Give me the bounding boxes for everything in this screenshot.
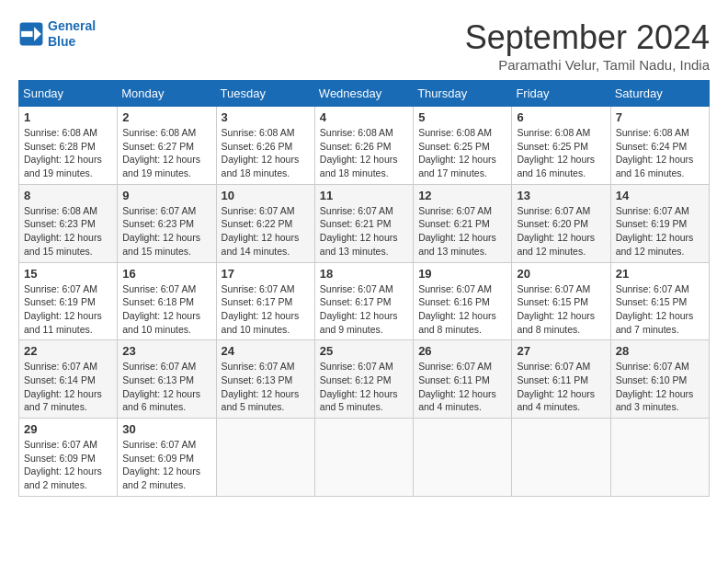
day-number: 7 — [616, 110, 704, 124]
day-cell-27: 27Sunrise: 6:07 AM Sunset: 6:11 PM Dayli… — [512, 340, 610, 419]
week-row-1: 1Sunrise: 6:08 AM Sunset: 6:28 PM Daylig… — [19, 107, 710, 185]
day-info: Sunrise: 6:08 AM Sunset: 6:26 PM Dayligh… — [222, 126, 310, 180]
day-cell-8: 8Sunrise: 6:08 AM Sunset: 6:23 PM Daylig… — [19, 184, 118, 262]
header-cell-monday: Monday — [118, 81, 216, 107]
day-info: Sunrise: 6:07 AM Sunset: 6:09 PM Dayligh… — [122, 438, 210, 492]
day-info: Sunrise: 6:07 AM Sunset: 6:23 PM Dayligh… — [122, 204, 210, 259]
calendar-table: SundayMondayTuesdayWednesdayThursdayFrid… — [18, 80, 710, 497]
header-cell-wednesday: Wednesday — [314, 81, 413, 107]
header-cell-friday: Friday — [512, 81, 610, 107]
header-row: SundayMondayTuesdayWednesdayThursdayFrid… — [19, 81, 710, 107]
day-number: 21 — [616, 267, 704, 281]
svg-rect-2 — [21, 31, 32, 37]
day-number: 25 — [320, 344, 408, 358]
day-number: 10 — [222, 189, 310, 202]
day-cell-22: 22Sunrise: 6:07 AM Sunset: 6:14 PM Dayli… — [19, 340, 118, 419]
day-number: 26 — [418, 344, 506, 358]
day-cell-5: 5Sunrise: 6:08 AM Sunset: 6:25 PM Daylig… — [414, 107, 512, 185]
header-cell-thursday: Thursday — [414, 81, 512, 107]
header-cell-sunday: Sunday — [19, 81, 118, 107]
day-cell-17: 17Sunrise: 6:07 AM Sunset: 6:17 PM Dayli… — [216, 262, 314, 340]
day-info: Sunrise: 6:07 AM Sunset: 6:13 PM Dayligh… — [122, 360, 210, 414]
week-row-3: 15Sunrise: 6:07 AM Sunset: 6:19 PM Dayli… — [19, 262, 710, 340]
logo-line1: General — [48, 18, 96, 33]
title-block: September 2024 Paramathi Velur, Tamil Na… — [465, 18, 710, 73]
day-cell-20: 20Sunrise: 6:07 AM Sunset: 6:15 PM Dayli… — [512, 262, 610, 340]
day-cell-13: 13Sunrise: 6:07 AM Sunset: 6:20 PM Dayli… — [512, 184, 610, 262]
day-cell-30: 30Sunrise: 6:07 AM Sunset: 6:09 PM Dayli… — [118, 419, 216, 497]
day-info: Sunrise: 6:07 AM Sunset: 6:21 PM Dayligh… — [320, 204, 408, 259]
day-info: Sunrise: 6:07 AM Sunset: 6:19 PM Dayligh… — [24, 282, 112, 337]
location-title: Paramathi Velur, Tamil Nadu, India — [465, 57, 710, 73]
day-info: Sunrise: 6:07 AM Sunset: 6:14 PM Dayligh… — [24, 360, 112, 414]
day-number: 22 — [24, 344, 112, 358]
header-cell-tuesday: Tuesday — [216, 81, 314, 107]
day-number: 2 — [122, 110, 210, 124]
day-cell-14: 14Sunrise: 6:07 AM Sunset: 6:19 PM Dayli… — [610, 184, 709, 262]
empty-cell — [610, 419, 709, 497]
day-info: Sunrise: 6:08 AM Sunset: 6:25 PM Dayligh… — [418, 126, 506, 180]
empty-cell — [512, 419, 610, 497]
day-number: 29 — [24, 422, 112, 436]
day-number: 27 — [517, 344, 605, 358]
page-container: General Blue September 2024 Paramathi Ve… — [18, 18, 710, 497]
day-cell-15: 15Sunrise: 6:07 AM Sunset: 6:19 PM Dayli… — [19, 262, 118, 340]
logo-line2: Blue — [48, 34, 75, 49]
day-cell-6: 6Sunrise: 6:08 AM Sunset: 6:25 PM Daylig… — [512, 107, 610, 185]
day-info: Sunrise: 6:07 AM Sunset: 6:15 PM Dayligh… — [517, 282, 605, 337]
day-number: 14 — [616, 189, 704, 202]
day-number: 3 — [222, 110, 310, 124]
day-cell-26: 26Sunrise: 6:07 AM Sunset: 6:11 PM Dayli… — [414, 340, 512, 419]
logo-icon — [18, 21, 44, 47]
day-number: 16 — [122, 267, 210, 281]
empty-cell — [216, 419, 314, 497]
day-cell-1: 1Sunrise: 6:08 AM Sunset: 6:28 PM Daylig… — [19, 107, 118, 185]
day-number: 6 — [517, 110, 605, 124]
day-cell-24: 24Sunrise: 6:07 AM Sunset: 6:13 PM Dayli… — [216, 340, 314, 419]
header: General Blue September 2024 Paramathi Ve… — [18, 18, 710, 73]
day-number: 13 — [517, 189, 605, 202]
day-cell-11: 11Sunrise: 6:07 AM Sunset: 6:21 PM Dayli… — [314, 184, 413, 262]
logo-text: General Blue — [48, 18, 96, 50]
day-info: Sunrise: 6:07 AM Sunset: 6:16 PM Dayligh… — [418, 282, 506, 337]
empty-cell — [314, 419, 413, 497]
day-cell-9: 9Sunrise: 6:07 AM Sunset: 6:23 PM Daylig… — [118, 184, 216, 262]
header-cell-saturday: Saturday — [610, 81, 709, 107]
day-cell-4: 4Sunrise: 6:08 AM Sunset: 6:26 PM Daylig… — [314, 107, 413, 185]
day-info: Sunrise: 6:07 AM Sunset: 6:10 PM Dayligh… — [616, 360, 704, 414]
day-info: Sunrise: 6:07 AM Sunset: 6:17 PM Dayligh… — [320, 282, 408, 337]
day-cell-18: 18Sunrise: 6:07 AM Sunset: 6:17 PM Dayli… — [314, 262, 413, 340]
day-cell-19: 19Sunrise: 6:07 AM Sunset: 6:16 PM Dayli… — [414, 262, 512, 340]
day-number: 1 — [24, 110, 112, 124]
month-title: September 2024 — [465, 18, 710, 57]
day-number: 15 — [24, 267, 112, 281]
day-info: Sunrise: 6:08 AM Sunset: 6:26 PM Dayligh… — [320, 126, 408, 180]
day-cell-2: 2Sunrise: 6:08 AM Sunset: 6:27 PM Daylig… — [118, 107, 216, 185]
day-info: Sunrise: 6:07 AM Sunset: 6:09 PM Dayligh… — [24, 438, 112, 492]
week-row-5: 29Sunrise: 6:07 AM Sunset: 6:09 PM Dayli… — [19, 419, 710, 497]
day-number: 23 — [122, 344, 210, 358]
day-info: Sunrise: 6:08 AM Sunset: 6:25 PM Dayligh… — [517, 126, 605, 180]
day-info: Sunrise: 6:07 AM Sunset: 6:11 PM Dayligh… — [418, 360, 506, 414]
day-number: 28 — [616, 344, 704, 358]
day-info: Sunrise: 6:08 AM Sunset: 6:28 PM Dayligh… — [24, 126, 112, 180]
day-number: 24 — [222, 344, 310, 358]
day-info: Sunrise: 6:07 AM Sunset: 6:18 PM Dayligh… — [122, 282, 210, 337]
day-number: 17 — [222, 267, 310, 281]
day-number: 8 — [24, 189, 112, 202]
week-row-4: 22Sunrise: 6:07 AM Sunset: 6:14 PM Dayli… — [19, 340, 710, 419]
logo: General Blue — [18, 18, 96, 50]
day-info: Sunrise: 6:07 AM Sunset: 6:13 PM Dayligh… — [222, 360, 310, 414]
day-cell-23: 23Sunrise: 6:07 AM Sunset: 6:13 PM Dayli… — [118, 340, 216, 419]
day-info: Sunrise: 6:07 AM Sunset: 6:21 PM Dayligh… — [418, 204, 506, 259]
day-number: 30 — [122, 422, 210, 436]
day-info: Sunrise: 6:07 AM Sunset: 6:19 PM Dayligh… — [616, 204, 704, 259]
day-info: Sunrise: 6:07 AM Sunset: 6:22 PM Dayligh… — [222, 204, 310, 259]
day-info: Sunrise: 6:08 AM Sunset: 6:24 PM Dayligh… — [616, 126, 704, 180]
day-number: 5 — [418, 110, 506, 124]
day-info: Sunrise: 6:07 AM Sunset: 6:11 PM Dayligh… — [517, 360, 605, 414]
day-cell-3: 3Sunrise: 6:08 AM Sunset: 6:26 PM Daylig… — [216, 107, 314, 185]
day-cell-16: 16Sunrise: 6:07 AM Sunset: 6:18 PM Dayli… — [118, 262, 216, 340]
day-number: 19 — [418, 267, 506, 281]
day-cell-25: 25Sunrise: 6:07 AM Sunset: 6:12 PM Dayli… — [314, 340, 413, 419]
